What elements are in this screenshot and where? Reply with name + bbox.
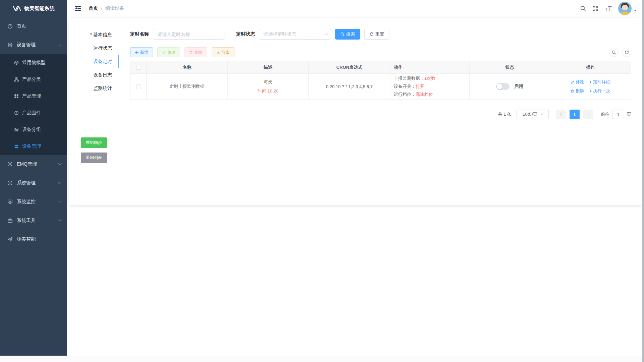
tab-monitor-stats[interactable]: 监测统计 — [69, 81, 119, 95]
reset-button[interactable]: 重置 — [364, 29, 389, 40]
breadcrumb: 首页 / 编辑设备 — [89, 5, 124, 11]
search-icon[interactable] — [580, 6, 586, 11]
avatar[interactable] — [618, 2, 632, 15]
horizontal-scrollbar[interactable] — [0, 356, 642, 362]
page-size-select[interactable]: 10条/页 — [517, 110, 549, 119]
search-button-label: 搜索 — [346, 31, 355, 37]
sidebar-item-label: 产品分类 — [22, 76, 41, 82]
gear-icon — [7, 180, 13, 186]
top-header: 首页 / 编辑设备 — [67, 0, 644, 17]
caret-right-icon — [590, 81, 592, 83]
breadcrumb-home[interactable]: 首页 — [89, 5, 98, 11]
chevron-left-icon — [559, 112, 563, 116]
back-to-list-button[interactable]: 返回列表 — [81, 153, 107, 163]
sidebar-item-product-firmware[interactable]: 产品固件 — [0, 105, 67, 121]
tab-device-log[interactable]: 设备日志 — [69, 68, 119, 81]
sidebar-item-system-management[interactable]: 系统管理 — [0, 174, 67, 192]
app-root: 物美智能系统 首页 设备管理 通用物模型 — [0, 0, 644, 362]
timer-table: 名称 描述 CRON表达式 动作 状态 操作 定时上报监测数据 — [130, 61, 631, 100]
emq-icon — [7, 162, 13, 167]
timer-name-input[interactable] — [153, 29, 224, 40]
sidebar-item-device-group[interactable]: 设备分组 — [0, 121, 67, 138]
search-icon — [340, 32, 344, 36]
select-all-checkbox[interactable] — [136, 65, 141, 70]
filter-form: 定时名称 定时状态 请选择定时状态 搜索 重置 — [130, 29, 631, 40]
sidebar-item-product-category[interactable]: 产品分类 — [0, 71, 67, 88]
op-edit-link[interactable]: 修改 — [571, 79, 584, 85]
tab-running-status[interactable]: 运行状态 — [69, 41, 119, 55]
chevron-down-icon — [58, 199, 62, 202]
side-buttons: 数据同步 返回列表 — [69, 137, 119, 163]
sidebar-item-thing-model[interactable]: 通用物模型 — [0, 54, 67, 71]
chevron-down-icon — [58, 180, 62, 184]
cell-operations: 修改 定时详细 — [550, 74, 631, 100]
delete-button[interactable]: 删除 — [184, 47, 207, 57]
page-number-1[interactable]: 1 — [570, 110, 580, 119]
trash-icon — [189, 50, 193, 54]
next-page-button[interactable] — [583, 110, 593, 119]
export-button-label: 导出 — [222, 50, 230, 55]
cell-description: 每天 时间 10:20 — [228, 74, 309, 100]
sidebar-item-system-tools[interactable]: 系统工具 — [0, 211, 67, 230]
sidebar-item-device-management-sub[interactable]: 设备管理 — [0, 138, 67, 155]
sidebar-item-label: 系统监控 — [17, 199, 36, 205]
chevron-down-icon — [58, 162, 62, 165]
sidebar-collapse-icon[interactable] — [75, 6, 81, 11]
main-area: 首页 / 编辑设备 — [67, 0, 644, 362]
add-button-label: 新增 — [140, 50, 148, 55]
sidebar-item-label: 通用物模型 — [22, 60, 46, 66]
sidebar-item-label: 设备管理 — [22, 143, 41, 149]
row-checkbox[interactable] — [136, 84, 141, 89]
category-icon — [14, 77, 19, 82]
op-timer-detail-link[interactable]: 定时详细 — [590, 79, 610, 85]
page-size-value: 10条/页 — [523, 111, 537, 117]
sidebar-item-home[interactable]: 首页 — [0, 17, 67, 36]
sidebar-item-label: 首页 — [17, 23, 26, 29]
vertical-scrollbar[interactable] — [642, 0, 644, 362]
edit-button-label: 修改 — [167, 50, 175, 55]
table-tools — [609, 48, 631, 57]
goto-page-input[interactable] — [612, 110, 624, 119]
action-line: 设备开关：打开 — [394, 82, 469, 90]
firmware-icon — [14, 111, 19, 115]
sidebar-item-wumei-smart[interactable]: 物美智能 — [0, 230, 67, 249]
sidebar-item-system-monitor[interactable]: 系统监控 — [0, 192, 67, 211]
op-run-once-link[interactable]: 执行一次 — [590, 88, 610, 94]
tab-basic-info[interactable]: * 基本信息 — [69, 28, 119, 41]
device-list-icon — [14, 144, 19, 149]
refresh-icon[interactable] — [622, 48, 631, 57]
logo[interactable]: 物美智能系统 — [0, 0, 67, 17]
logo-text: 物美智能系统 — [24, 5, 55, 12]
fullscreen-icon[interactable] — [592, 6, 598, 11]
prev-page-button[interactable] — [556, 110, 566, 119]
required-mark: * — [90, 32, 92, 37]
op-delete-link[interactable]: 删除 — [571, 88, 584, 94]
tab-label: 运行状态 — [93, 45, 112, 51]
sidebar-item-emq[interactable]: EMQ管理 — [0, 155, 67, 174]
refresh-icon — [370, 32, 374, 36]
export-button[interactable]: 导出 — [212, 47, 234, 57]
tab-device-timer[interactable]: 设备定时 — [69, 55, 119, 68]
status-label: 启用 — [514, 83, 524, 89]
toolbox-icon — [7, 218, 13, 223]
status-toggle[interactable] — [496, 83, 509, 90]
delete-button-label: 删除 — [195, 50, 203, 55]
show-search-icon[interactable] — [609, 48, 619, 57]
caret-down-icon — [634, 10, 637, 11]
sidebar-item-label: 系统管理 — [17, 180, 36, 186]
group-icon — [14, 127, 19, 132]
goto-label: 前往 — [601, 111, 609, 117]
sidebar-item-device-management[interactable]: 设备管理 — [0, 36, 67, 54]
table-header-row: 名称 描述 CRON表达式 动作 状态 操作 — [130, 61, 631, 74]
user-menu[interactable] — [618, 2, 637, 15]
font-size-icon[interactable] — [604, 6, 612, 11]
timer-status-select[interactable]: 请选择定时状态 — [259, 29, 331, 40]
edit-button[interactable]: 修改 — [157, 47, 180, 57]
data-sync-button[interactable]: 数据同步 — [81, 137, 107, 148]
search-button[interactable]: 搜索 — [335, 29, 360, 40]
edit-icon — [162, 51, 166, 54]
download-icon — [216, 50, 220, 54]
add-button[interactable]: 新增 — [130, 47, 153, 57]
sidebar-item-product-management[interactable]: 产品管理 — [0, 88, 67, 105]
timer-status-label: 定时状态 — [236, 31, 255, 37]
